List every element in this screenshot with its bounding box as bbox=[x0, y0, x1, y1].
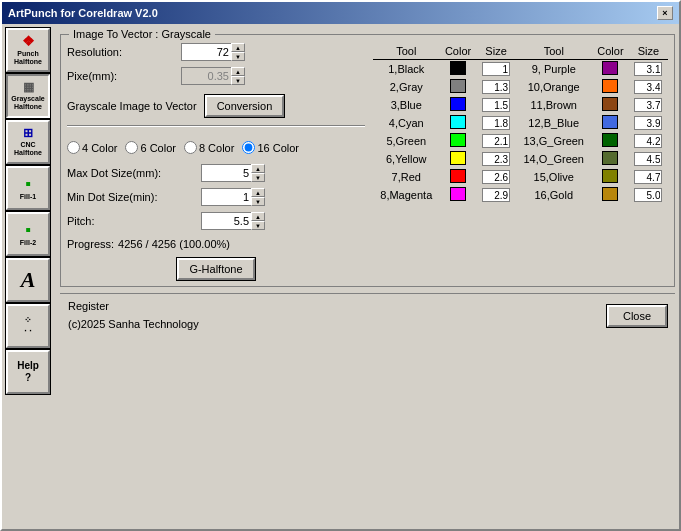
tool1-name: 7,Red bbox=[373, 168, 440, 186]
color1-swatch bbox=[440, 150, 477, 168]
table-row: 4,Cyan 12,B_Blue bbox=[373, 114, 668, 132]
progress-row: Progress: 4256 / 4256 (100.00%) bbox=[67, 238, 365, 250]
dots-icon: ⁘· · bbox=[24, 315, 32, 337]
radio-8color-input[interactable] bbox=[184, 141, 197, 154]
table-row: 2,Gray 10,Orange bbox=[373, 78, 668, 96]
sidebar-item-fill2[interactable]: ▪ Fill-2 bbox=[6, 212, 50, 256]
size2-cell[interactable] bbox=[629, 132, 668, 150]
col-header-color1: Color bbox=[440, 43, 477, 60]
register-text: Register bbox=[68, 298, 199, 316]
radio-4color[interactable]: 4 Color bbox=[67, 141, 117, 154]
table-row: 7,Red 15,Olive bbox=[373, 168, 668, 186]
resolution-row: Resolution: ▲ ▼ bbox=[67, 43, 365, 61]
color1-swatch bbox=[440, 96, 477, 114]
sidebar-item-fill1[interactable]: ▪ Fill-1 bbox=[6, 166, 50, 210]
size1-cell[interactable] bbox=[477, 114, 516, 132]
size1-cell[interactable] bbox=[477, 168, 516, 186]
color2-swatch bbox=[592, 114, 629, 132]
pitch-input[interactable] bbox=[201, 212, 251, 230]
pitch-spinner: ▲ ▼ bbox=[201, 212, 265, 230]
sidebar-label-grayscale: GrayscaleHalftone bbox=[11, 95, 44, 112]
pixel-input[interactable] bbox=[181, 67, 231, 85]
max-dot-label: Max Dot Size(mm): bbox=[67, 167, 197, 179]
conversion-button[interactable]: Conversion bbox=[205, 95, 285, 117]
resolution-input[interactable] bbox=[181, 43, 231, 61]
resolution-up-btn[interactable]: ▲ bbox=[231, 43, 245, 52]
radio-8color[interactable]: 8 Color bbox=[184, 141, 234, 154]
tool2-name: 11,Brown bbox=[516, 96, 592, 114]
pixel-up-btn[interactable]: ▲ bbox=[231, 67, 245, 76]
copyright-text: (c)2025 Sanha Technology bbox=[68, 316, 199, 334]
color2-swatch bbox=[592, 168, 629, 186]
radio-4color-input[interactable] bbox=[67, 141, 80, 154]
ghalftone-button[interactable]: G-Halftone bbox=[177, 258, 254, 280]
size2-cell[interactable] bbox=[629, 78, 668, 96]
pitch-row: Pitch: ▲ ▼ bbox=[67, 212, 365, 230]
pitch-up-btn[interactable]: ▲ bbox=[251, 212, 265, 221]
max-dot-row: Max Dot Size(mm): ▲ ▼ bbox=[67, 164, 365, 182]
size2-cell[interactable] bbox=[629, 96, 668, 114]
radio-8color-label: 8 Color bbox=[199, 142, 234, 154]
color2-swatch bbox=[592, 150, 629, 168]
min-dot-input[interactable] bbox=[201, 188, 251, 206]
sidebar-item-dots[interactable]: ⁘· · bbox=[6, 304, 50, 348]
tool2-name: 10,Orange bbox=[516, 78, 592, 96]
min-dot-down-btn[interactable]: ▼ bbox=[251, 197, 265, 206]
size2-cell[interactable] bbox=[629, 168, 668, 186]
size2-cell[interactable] bbox=[629, 60, 668, 79]
min-dot-up-btn[interactable]: ▲ bbox=[251, 188, 265, 197]
halftone-btn-area: G-Halftone bbox=[67, 258, 365, 280]
radio-6color-input[interactable] bbox=[125, 141, 138, 154]
size1-cell[interactable] bbox=[477, 60, 516, 79]
size1-cell[interactable] bbox=[477, 150, 516, 168]
color-table-container: Tool Color Size Tool Color Size 1,Black bbox=[373, 43, 668, 280]
min-dot-row: Min Dot Size(min): ▲ ▼ bbox=[67, 188, 365, 206]
col-header-color2: Color bbox=[592, 43, 629, 60]
groupbox-legend: Image To Vector : Grayscale bbox=[69, 28, 215, 40]
max-dot-down-btn[interactable]: ▼ bbox=[251, 173, 265, 182]
table-row: 3,Blue 11,Brown bbox=[373, 96, 668, 114]
tool2-name: 12,B_Blue bbox=[516, 114, 592, 132]
fill2-icon: ▪ bbox=[25, 220, 31, 239]
sidebar-item-cnc-halftone[interactable]: ⊞ CNCHalftone bbox=[6, 120, 50, 164]
sidebar-item-help[interactable]: Help? bbox=[6, 350, 50, 394]
size1-cell[interactable] bbox=[477, 96, 516, 114]
main-window: ArtPunch for Coreldraw V2.0 × ❖ PunchHal… bbox=[0, 0, 681, 531]
col-header-size1: Size bbox=[477, 43, 516, 60]
size1-cell[interactable] bbox=[477, 132, 516, 150]
size2-cell[interactable] bbox=[629, 150, 668, 168]
close-dialog-button[interactable]: Close bbox=[607, 305, 667, 327]
sidebar-item-text[interactable]: A bbox=[6, 258, 50, 302]
pitch-down-btn[interactable]: ▼ bbox=[251, 221, 265, 230]
sidebar-label-punch: PunchHalftone bbox=[14, 50, 42, 67]
max-dot-up-btn[interactable]: ▲ bbox=[251, 164, 265, 173]
resolution-down-btn[interactable]: ▼ bbox=[231, 52, 245, 61]
resolution-spinner: ▲ ▼ bbox=[181, 43, 245, 61]
size1-cell[interactable] bbox=[477, 78, 516, 96]
radio-16color-input[interactable] bbox=[242, 141, 255, 154]
resolution-label: Resolution: bbox=[67, 46, 177, 58]
cnc-icon: ⊞ bbox=[23, 126, 33, 140]
pixel-spin-buttons: ▲ ▼ bbox=[231, 67, 245, 85]
color-table: Tool Color Size Tool Color Size 1,Black bbox=[373, 43, 668, 204]
size2-cell[interactable] bbox=[629, 114, 668, 132]
max-dot-input[interactable] bbox=[201, 164, 251, 182]
sidebar-item-grayscale-halftone[interactable]: ▦ GrayscaleHalftone bbox=[6, 74, 50, 118]
color2-swatch bbox=[592, 132, 629, 150]
size1-cell[interactable] bbox=[477, 186, 516, 204]
color1-swatch bbox=[440, 78, 477, 96]
punch-icon: ❖ bbox=[22, 33, 35, 50]
sidebar-item-punch-halftone[interactable]: ❖ PunchHalftone bbox=[6, 28, 50, 72]
radio-16color[interactable]: 16 Color bbox=[242, 141, 299, 154]
radio-4color-label: 4 Color bbox=[82, 142, 117, 154]
size2-cell[interactable] bbox=[629, 186, 668, 204]
sidebar-label-fill2: Fill-2 bbox=[20, 239, 36, 247]
tool1-name: 4,Cyan bbox=[373, 114, 440, 132]
main-content: ❖ PunchHalftone ▦ GrayscaleHalftone ⊞ CN… bbox=[2, 24, 679, 529]
help-label: Help? bbox=[17, 360, 39, 384]
table-row: 8,Magenta 16,Gold bbox=[373, 186, 668, 204]
conversion-row: Grayscale Image to Vector Conversion bbox=[67, 95, 365, 117]
radio-6color[interactable]: 6 Color bbox=[125, 141, 175, 154]
pixel-down-btn[interactable]: ▼ bbox=[231, 76, 245, 85]
close-button[interactable]: × bbox=[657, 6, 673, 20]
